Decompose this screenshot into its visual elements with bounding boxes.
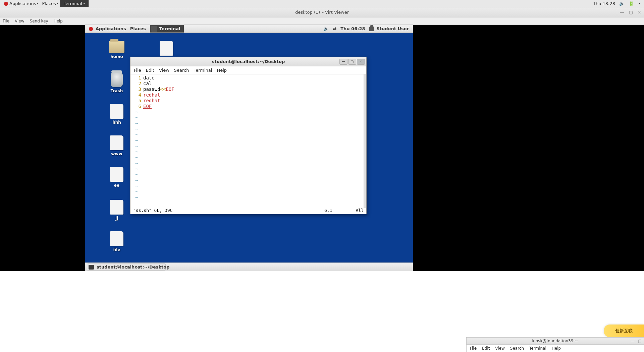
empty-line: ~ — [135, 149, 364, 155]
empty-line: ~ — [135, 115, 364, 121]
terminal-maximize-button[interactable]: ▢ — [348, 59, 356, 65]
host-places-label: Places — [42, 1, 56, 6]
guest-places-label: Places — [130, 26, 146, 31]
terminal-menu-edit[interactable]: Edit — [146, 68, 154, 73]
empty-line: ~ — [135, 132, 364, 138]
guest-desktop[interactable]: Applications Places Terminal 🔈 ⇄ Thu 06:… — [85, 25, 413, 271]
guest-bottom-panel: student@localhost:~/Desktop — [85, 262, 413, 271]
terminal-menu-help[interactable]: Help — [217, 68, 227, 73]
desktop-icon-blank[interactable] — [155, 41, 178, 57]
host-clock-text: Thu 18:28 — [593, 1, 615, 6]
empty-line: ~ — [135, 183, 364, 189]
host-battery-icon[interactable]: 🔋 — [627, 0, 636, 7]
guest-task-label: Terminal — [159, 26, 180, 31]
code-line: redhat — [143, 98, 160, 104]
desktop-icon-ee[interactable]: ee — [105, 167, 128, 188]
terminal-title: student@localhost:~/Desktop — [212, 59, 285, 64]
desktop-icon-label: jj — [115, 216, 118, 221]
status-file-info: "ss.sh" 6L, 39C — [133, 208, 172, 214]
virt-viewer-titlebar[interactable]: desktop (1) – Virt Viewer — ▢ ✕ — [0, 7, 644, 17]
empty-line: ~ — [135, 138, 364, 143]
host-places-menu[interactable]: Places ▾ — [40, 0, 60, 7]
host-task-label: Terminal — [64, 1, 82, 6]
window-maximize-button[interactable]: ▢ — [638, 339, 642, 343]
file-icon — [110, 167, 123, 182]
empty-line: ~ — [135, 195, 364, 200]
desktop-icon-file[interactable]: file — [105, 231, 128, 252]
kiosk-menu-help[interactable]: Help — [552, 346, 561, 351]
desktop-icon-www[interactable]: www — [105, 135, 128, 156]
taskbar-entry-terminal[interactable]: student@localhost:~/Desktop — [87, 263, 166, 271]
line-number: 4 — [135, 92, 141, 98]
terminal-menu-file[interactable]: File — [134, 68, 141, 73]
terminal-close-button[interactable]: ✕ — [357, 59, 365, 65]
line-number: 6 — [135, 104, 141, 109]
code-segment: passwd — [143, 86, 160, 92]
file-icon — [110, 231, 123, 246]
terminal-menu-view[interactable]: View — [159, 68, 169, 73]
terminal-menu-terminal[interactable]: Terminal — [194, 68, 212, 73]
guest-top-panel: Applications Places Terminal 🔈 ⇄ Thu 06:… — [85, 25, 413, 33]
guest-volume-icon[interactable]: 🔈 — [321, 25, 331, 33]
guest-task-terminal[interactable]: Terminal — [150, 25, 184, 33]
code-line: date — [143, 75, 155, 81]
terminal-scrollbar[interactable] — [364, 74, 366, 208]
code-segment: EOF — [166, 86, 174, 92]
virt-menu-file[interactable]: File — [3, 19, 9, 23]
guest-network-icon[interactable]: ⇄ — [331, 25, 338, 33]
desktop-icon-label: hhh — [112, 120, 121, 125]
host-applications-menu[interactable]: Applications ▾ — [2, 0, 40, 7]
kiosk-menu-view[interactable]: View — [495, 346, 504, 351]
kiosk-menu-edit[interactable]: Edit — [482, 346, 490, 351]
guest-places-menu[interactable]: Places — [128, 25, 148, 33]
kiosk-terminal-window[interactable]: kiosk@foundation39:~ — ▢ File Edit View … — [466, 337, 644, 352]
guest-user-menu[interactable]: Student User — [367, 25, 411, 33]
empty-line: ~ — [135, 172, 364, 178]
host-session-menu[interactable]: ▾ — [636, 0, 642, 7]
code-line: EOF — [143, 104, 152, 109]
virt-viewer-menubar: File View Send key Help — [0, 17, 644, 25]
window-minimize-button[interactable]: — — [620, 10, 624, 15]
line-number: 2 — [135, 81, 141, 86]
desktop-icon-label: www — [111, 152, 122, 156]
window-minimize-button[interactable]: — — [631, 339, 635, 343]
empty-line: ~ — [135, 109, 364, 115]
empty-line: ~ — [135, 161, 364, 166]
chevron-down-icon: ▾ — [639, 2, 640, 5]
kiosk-menu-search[interactable]: Search — [510, 346, 524, 351]
empty-line: ~ — [135, 178, 364, 183]
terminal-titlebar[interactable]: student@localhost:~/Desktop — ▢ ✕ — [130, 57, 366, 66]
host-clock[interactable]: Thu 18:28 — [591, 0, 617, 7]
guest-applications-menu[interactable]: Applications — [87, 25, 128, 33]
window-close-button[interactable]: ✕ — [638, 10, 641, 15]
trash-icon — [111, 72, 123, 87]
status-cursor-pos: 6,1 — [324, 208, 332, 214]
terminal-window[interactable]: student@localhost:~/Desktop — ▢ ✕ File E… — [130, 57, 367, 214]
virt-menu-sendkey[interactable]: Send key — [30, 19, 48, 23]
file-icon — [110, 104, 123, 119]
virt-menu-view[interactable]: View — [15, 19, 24, 23]
terminal-minimize-button[interactable]: — — [339, 59, 347, 65]
desktop-icon-trash[interactable]: Trash — [105, 72, 128, 93]
kiosk-title-text: kiosk@foundation39:~ — [532, 339, 578, 343]
kiosk-menu-file[interactable]: File — [470, 346, 477, 351]
desktop-icon-jj[interactable]: jj — [105, 200, 128, 221]
host-volume-icon[interactable]: 🔈 — [617, 0, 627, 7]
code-segment: << — [160, 86, 166, 92]
desktop-icon-home[interactable]: home — [105, 41, 128, 59]
window-maximize-button[interactable]: ▢ — [629, 10, 633, 15]
terminal-menu-search[interactable]: Search — [174, 68, 189, 73]
chevron-down-icon: ▾ — [84, 2, 85, 5]
guest-clock[interactable]: Thu 06:28 — [338, 25, 367, 33]
kiosk-menu-terminal[interactable]: Terminal — [529, 346, 546, 351]
desktop-icon-hhh[interactable]: hhh — [105, 104, 128, 125]
host-task-terminal[interactable]: Terminal ▾ — [60, 0, 89, 7]
empty-line: ~ — [135, 126, 364, 132]
virt-menu-help[interactable]: Help — [54, 19, 63, 23]
redhat-icon — [4, 2, 8, 6]
kiosk-menubar: File Edit View Search Terminal Help — [466, 345, 644, 352]
kiosk-titlebar[interactable]: kiosk@foundation39:~ — ▢ — [466, 337, 644, 345]
terminal-body[interactable]: 1date 2cal 3 passwd<<EOF 4redhat 5redhat… — [130, 74, 366, 208]
watermark-text: 创新互联 — [615, 328, 633, 334]
desktop-icon-label: ee — [114, 183, 119, 188]
